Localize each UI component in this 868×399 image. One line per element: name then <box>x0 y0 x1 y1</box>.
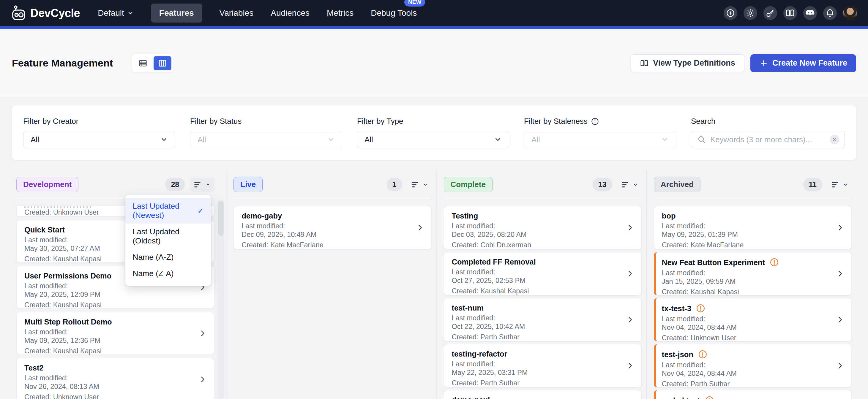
add-circle-icon[interactable] <box>724 6 737 20</box>
feature-card[interactable]: New Feat Button ExperimentLast modified:… <box>654 252 852 295</box>
feature-card-created: Created: Parth Suthar <box>452 379 633 388</box>
filter-creator-label: Filter by Creator <box>23 117 175 126</box>
feature-card-title: rachel-test <box>662 396 700 399</box>
info-icon[interactable] <box>591 117 599 126</box>
feature-card[interactable]: Test2Last modified:Nov 26, 2024, 08:13 A… <box>16 358 214 399</box>
sort-option-last-updated-oldest[interactable]: Last Updated (Oldest) <box>125 224 211 249</box>
nav-item-audiences[interactable]: Audiences <box>271 8 310 18</box>
devcycle-robot-icon <box>11 5 27 21</box>
feature-card-created: Created: Kate MacFarlane <box>242 241 423 250</box>
scrollbar-thumb[interactable] <box>218 201 224 236</box>
feature-count-badge: 11 <box>803 178 822 191</box>
sort-option-name-a-z[interactable]: Name (A-Z) <box>125 249 211 265</box>
status-badge-live: Live <box>234 177 262 192</box>
feature-card[interactable]: demo-gabyLast modified:Dec 09, 2025, 10:… <box>234 206 431 250</box>
clear-search-icon[interactable]: ✕ <box>830 135 839 144</box>
table-view-button[interactable] <box>134 56 152 70</box>
feature-card-modified: Last modified:Dec 09, 2025, 10:49 AM <box>242 222 423 239</box>
feature-count-badge: 13 <box>593 178 612 191</box>
settings-gear-icon[interactable] <box>744 6 757 20</box>
nav-item-features[interactable]: Features <box>151 4 202 23</box>
sort-dropdown-menu: Last Updated (Newest)✓Last Updated (Olde… <box>125 195 211 286</box>
nav-item-debug-tools[interactable]: Debug Tools NEW <box>371 8 417 18</box>
feature-card[interactable]: rachel-testLast modified: <box>654 390 852 399</box>
sort-button-archived[interactable] <box>828 178 852 192</box>
filter-staleness-select[interactable]: All <box>524 131 676 148</box>
card-list-live: demo-gabyLast modified:Dec 09, 2025, 10:… <box>234 199 431 399</box>
feature-card[interactable]: testing-refactorLast modified:May 22, 20… <box>444 344 642 388</box>
caret-down-icon <box>423 182 428 187</box>
chevron-right-icon <box>836 362 844 370</box>
nav-item-variables[interactable]: Variables <box>219 8 254 18</box>
chevron-right-icon <box>626 224 634 232</box>
feature-card-title: Quick Start <box>24 226 65 234</box>
feature-card-title: demo-gaby <box>242 212 282 220</box>
feature-card-modified: Last modified:Oct 27, 2025, 02:53 PM <box>452 268 633 285</box>
feature-card[interactable]: bopLast modified:May 09, 2025, 01:39 PMC… <box>654 206 852 250</box>
nav-menu: Default Features Variables Audiences Met… <box>98 4 417 23</box>
stale-warning-icon <box>705 396 714 399</box>
sort-button-development[interactable] <box>190 178 214 192</box>
kanban-column-complete: Complete13TestingLast modified:Dec 03, 2… <box>436 170 646 399</box>
sort-button-live[interactable] <box>408 178 432 192</box>
feature-card-modified: Last modified:Oct 22, 2025, 10:42 AM <box>452 314 633 331</box>
kanban-view-icon <box>158 59 167 68</box>
feature-card[interactable]: tx-test-3Last modified:Nov 04, 2024, 08:… <box>654 298 852 341</box>
feature-card-created: Created: Kaushal Kapasi <box>24 301 206 309</box>
user-avatar[interactable] <box>843 6 857 20</box>
column-scrollbar[interactable] <box>217 199 224 399</box>
feature-card[interactable]: test-numLast modified:Oct 22, 2025, 10:4… <box>444 298 642 341</box>
brand-name: DevCycle <box>30 7 80 20</box>
column-header-complete: Complete13 <box>444 170 642 199</box>
nav-item-metrics[interactable]: Metrics <box>327 8 353 18</box>
chevron-down-icon <box>160 136 168 143</box>
feature-card[interactable]: Multi Step Rollout DemoLast modified:May… <box>16 312 214 355</box>
docs-book-icon[interactable] <box>783 6 797 20</box>
feature-card[interactable]: Completed FF RemovalLast modified:Oct 27… <box>444 252 642 295</box>
sort-button-complete[interactable] <box>618 178 642 192</box>
project-selector-default[interactable]: Default <box>98 8 134 18</box>
feature-card-title: Completed FF Removal <box>452 258 536 266</box>
feature-card-title: testing-refactor <box>452 350 507 358</box>
card-list-complete: TestingLast modified:Dec 03, 2025, 08:20… <box>444 199 642 399</box>
sort-lines-icon <box>194 181 203 189</box>
feature-card-created: Created: Kaushal Kapasi <box>24 347 206 355</box>
stale-warning-icon <box>770 258 779 267</box>
view-type-definitions-button[interactable]: View Type Definitions <box>631 54 744 72</box>
filter-type-label: Filter by Type <box>357 117 509 126</box>
kanban-column-development: Development28Created: Unknown UserQuick … <box>11 170 226 399</box>
filter-status: Filter by Status All <box>190 117 342 160</box>
feature-card-modified: Last modified:Jan 15, 2025, 09:59 AM <box>662 269 844 286</box>
keys-icon[interactable] <box>764 6 777 20</box>
sort-lines-icon <box>621 181 630 189</box>
stale-warning-icon <box>698 350 707 359</box>
search-icon <box>697 135 706 144</box>
new-badge: NEW <box>404 0 425 6</box>
sort-option-last-updated-newest[interactable]: Last Updated (Newest)✓ <box>125 198 211 224</box>
search-input[interactable] <box>710 135 826 144</box>
feature-card-created: Created: Cobi Druxerman <box>452 241 633 250</box>
plus-icon <box>759 59 768 68</box>
feature-card[interactable]: test-jsonLast modified:Nov 04, 2024, 08:… <box>654 344 852 388</box>
page-title: Feature Management <box>12 57 113 69</box>
feature-card-modified: Last modified:May 22, 2025, 03:31 PM <box>452 360 633 377</box>
filter-status-select[interactable]: All <box>190 131 342 148</box>
notifications-bell-icon[interactable] <box>823 6 837 20</box>
feature-card-modified: Last modified:Nov 26, 2024, 08:13 AM <box>24 374 206 391</box>
chevron-right-icon <box>626 362 634 370</box>
sort-option-name-z-a[interactable]: Name (Z-A) <box>125 265 211 282</box>
feature-card[interactable]: demo-paulLast modified: <box>444 390 642 399</box>
feature-card-modified: Last modified:May 09, 2025, 01:39 PM <box>662 222 844 239</box>
stale-warning-icon <box>696 304 705 313</box>
kanban-view-button[interactable] <box>154 56 172 70</box>
filter-creator-select[interactable]: All <box>23 131 175 148</box>
discord-icon[interactable] <box>803 6 817 20</box>
feature-card[interactable]: TestingLast modified:Dec 03, 2025, 08:20… <box>444 206 642 250</box>
devcycle-logo[interactable]: DevCycle <box>11 5 80 21</box>
sort-lines-icon <box>831 181 840 189</box>
feature-card-created: Created: Unknown User <box>662 334 844 342</box>
create-new-feature-button[interactable]: Create New Feature <box>750 54 856 72</box>
chevron-right-icon <box>198 329 207 337</box>
filter-type-select[interactable]: All <box>357 131 509 148</box>
chevron-down-icon <box>327 136 335 143</box>
